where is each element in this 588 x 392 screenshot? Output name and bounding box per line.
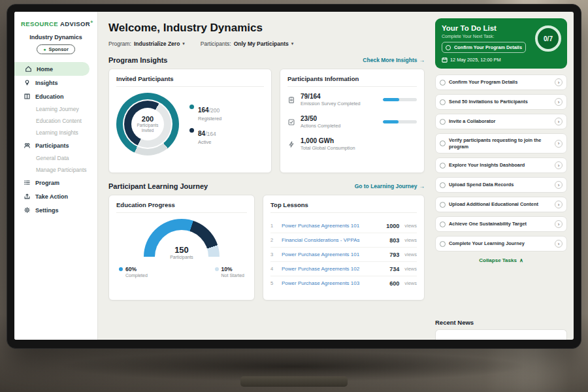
sidebar-item-general-data[interactable]: General Data bbox=[21, 152, 91, 164]
task-label: Complete Your Learning Journey bbox=[449, 240, 551, 247]
checkbox[interactable] bbox=[440, 202, 446, 208]
logo-resource: RESOURCE bbox=[21, 20, 58, 27]
todo-task[interactable]: Invite a Collaborator › bbox=[435, 114, 567, 129]
task-label: Send 50 Invitations to Participants bbox=[449, 99, 551, 105]
sidebar-item-label: Settings bbox=[35, 207, 59, 214]
checkbox[interactable] bbox=[440, 99, 446, 105]
legend-value: 60% bbox=[125, 266, 148, 272]
chevron-right-icon[interactable]: › bbox=[555, 181, 563, 189]
todo-next-task-label: Confirm Your Program Details bbox=[454, 44, 522, 50]
checkbox[interactable] bbox=[440, 80, 446, 86]
check-square-icon bbox=[287, 118, 295, 126]
stat-label: Emission Survey Completed bbox=[301, 101, 378, 106]
checkbox[interactable] bbox=[440, 182, 446, 188]
sidebar-item-manage-participants[interactable]: Manage Participants bbox=[21, 164, 91, 176]
todo-next-task[interactable]: Confirm Your Program Details bbox=[442, 42, 526, 53]
sidebar-item-education-content[interactable]: Education Content bbox=[21, 115, 91, 127]
home-icon bbox=[25, 65, 32, 73]
todo-task[interactable]: Upload Spend Data Records › bbox=[435, 177, 567, 193]
lesson-views-suffix: views bbox=[404, 252, 417, 257]
stat-value: 1,000 GWh bbox=[301, 137, 378, 144]
check-more-insights-link[interactable]: Check More Insights → bbox=[363, 57, 425, 63]
program-insights-header: Program Insights Check More Insights → bbox=[108, 56, 425, 64]
sidebar-item-take-action[interactable]: Take Action bbox=[21, 189, 91, 203]
lesson-row: 1 Power Purchase Agreements 101 1000 vie… bbox=[270, 219, 417, 233]
chevron-right-icon[interactable]: › bbox=[555, 220, 563, 228]
actions-progress-bar bbox=[383, 120, 417, 123]
todo-task[interactable]: Complete Your Learning Journey › bbox=[435, 236, 567, 252]
chevron-right-icon[interactable]: › bbox=[555, 98, 563, 106]
arrow-right-icon: → bbox=[419, 57, 425, 63]
lesson-row: 5 Power Purchase Agreements 103 600 view… bbox=[270, 276, 417, 290]
link-label: Go to Learning Journey bbox=[355, 183, 417, 189]
sidebar-item-program[interactable]: Program bbox=[21, 176, 91, 189]
todo-task[interactable]: Achieve One Sustainability Target › bbox=[435, 216, 567, 232]
checkbox[interactable] bbox=[440, 163, 446, 169]
chevron-right-icon[interactable]: › bbox=[555, 161, 563, 169]
stat-actions-completed: 23/50 Actions Completed bbox=[287, 115, 417, 129]
collapse-tasks-link[interactable]: Collapse Tasks ∧ bbox=[435, 257, 567, 263]
top-lessons-card: Top Lessons 1 Power Purchase Agreements … bbox=[263, 195, 425, 301]
legend-registered: 164/200 Registered bbox=[189, 103, 221, 122]
stat-label: Total Global Consumption bbox=[301, 145, 378, 151]
sidebar-item-insights[interactable]: Insights bbox=[21, 76, 91, 90]
todo-task[interactable]: Explore Your Insights Dashboard › bbox=[435, 157, 567, 173]
todo-task[interactable]: Send 50 Invitations to Participants › bbox=[435, 94, 567, 110]
checkbox[interactable] bbox=[440, 119, 446, 125]
program-filter[interactable]: Program: Industrialize Zero ▾ bbox=[108, 41, 185, 47]
sidebar-item-learning-insights[interactable]: Learning Insights bbox=[21, 127, 91, 139]
sidebar-item-learning-journey[interactable]: Learning Journey bbox=[21, 103, 91, 115]
checkbox[interactable] bbox=[440, 221, 446, 227]
todo-task[interactable]: Upload Additional Educational Content › bbox=[435, 197, 567, 212]
task-label: Invite a Collaborator bbox=[449, 118, 551, 125]
lesson-title-link[interactable]: Power Purchase Agreements 103 bbox=[282, 280, 384, 286]
chevron-right-icon[interactable]: › bbox=[555, 140, 563, 148]
checkbox[interactable] bbox=[440, 241, 446, 247]
chevron-right-icon[interactable]: › bbox=[555, 201, 563, 208]
sidebar-item-label: Participants bbox=[35, 142, 69, 149]
chevron-right-icon[interactable]: › bbox=[555, 240, 563, 248]
legend-dot-blue bbox=[119, 267, 123, 271]
sidebar-item-label: Program bbox=[35, 180, 59, 186]
sidebar-nav: Home Insights Education Learning Journey… bbox=[21, 62, 91, 217]
legend-value: 84 bbox=[198, 130, 205, 137]
checkbox[interactable] bbox=[440, 140, 446, 146]
legend-dot-teal bbox=[189, 105, 194, 109]
sidebar-item-settings[interactable]: Settings bbox=[21, 203, 91, 217]
sidebar-item-participants[interactable]: Participants bbox=[21, 139, 91, 152]
participants-filter[interactable]: Participants: Only My Participants ▾ bbox=[201, 41, 293, 47]
gauge-center-label: Participants bbox=[144, 255, 220, 259]
lesson-row: 2 Financial Considerations - VPPAs 803 v… bbox=[270, 233, 417, 248]
chevron-right-icon[interactable]: › bbox=[555, 78, 563, 86]
stat-emission-survey: 79/164 Emission Survey Completed bbox=[287, 93, 417, 106]
lesson-title-link[interactable]: Power Purchase Agreements 101 bbox=[282, 252, 384, 257]
task-label: Upload Additional Educational Content bbox=[449, 201, 551, 208]
lesson-title-link[interactable]: Financial Considerations - VPPAs bbox=[282, 237, 384, 243]
sidebar-item-label: Take Action bbox=[35, 193, 68, 200]
stat-value: 79/164 bbox=[301, 93, 378, 100]
lesson-rank: 4 bbox=[270, 266, 276, 272]
sponsor-badge[interactable]: ● Sponsor bbox=[37, 44, 75, 54]
todo-panel: Your To Do List Complete Your Next Task:… bbox=[433, 12, 574, 340]
chevron-right-icon[interactable]: › bbox=[555, 118, 563, 125]
todo-task[interactable]: Verify participants requesting to join t… bbox=[435, 133, 567, 154]
todo-task[interactable]: Confirm Your Program Details › bbox=[435, 74, 567, 90]
stat-global-consumption: 1,000 GWh Total Global Consumption bbox=[287, 137, 417, 151]
card-title: Top Lessons bbox=[270, 201, 417, 213]
lesson-title-link[interactable]: Power Purchase Agreements 101 bbox=[282, 223, 381, 229]
lesson-rank: 3 bbox=[270, 252, 276, 257]
chevron-up-icon: ∧ bbox=[519, 257, 523, 263]
checkbox[interactable] bbox=[446, 45, 451, 50]
legend-value: 164 bbox=[198, 106, 209, 114]
lesson-title-link[interactable]: Power Purchase Agreements 102 bbox=[282, 266, 384, 272]
recent-news-card[interactable] bbox=[435, 329, 567, 340]
sidebar-item-home[interactable]: Home bbox=[14, 62, 90, 76]
sidebar-item-education[interactable]: Education bbox=[21, 90, 91, 103]
stat-label: Actions Completed bbox=[301, 123, 378, 129]
go-to-learning-journey-link[interactable]: Go to Learning Journey → bbox=[355, 183, 425, 189]
participants-information-card: Participants Information 79/164 Emission… bbox=[280, 69, 425, 173]
arrow-right-icon: → bbox=[419, 183, 425, 189]
legend-active: 84/164 Active bbox=[189, 127, 221, 145]
legend-completed: 60% Completed bbox=[119, 266, 148, 278]
legend-label: Registered bbox=[198, 116, 221, 122]
